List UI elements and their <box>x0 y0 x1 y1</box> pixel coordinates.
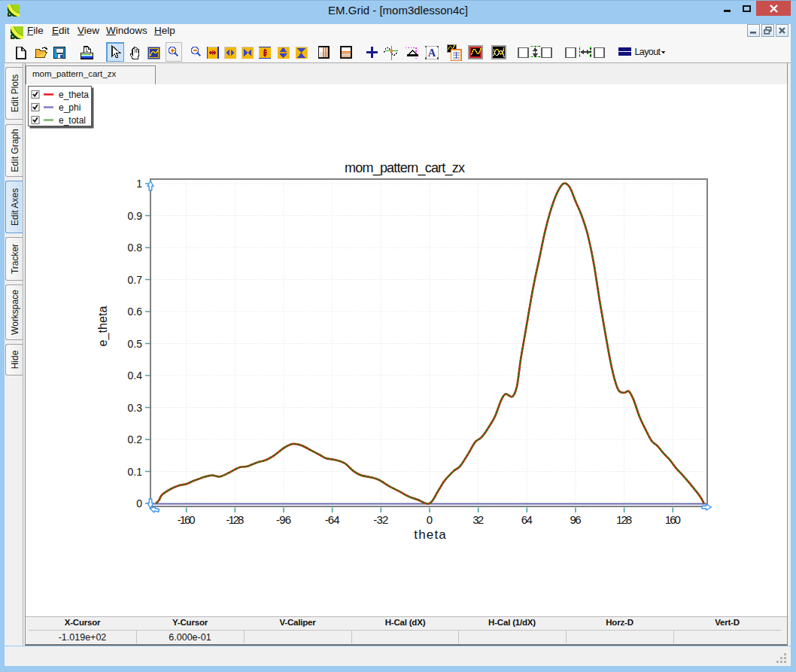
svg-text:-32: -32 <box>373 513 388 526</box>
svg-text:Layout: Layout <box>635 47 661 57</box>
svg-text:0.5: 0.5 <box>128 338 143 350</box>
svg-text:96: 96 <box>570 513 582 526</box>
svg-text:-96: -96 <box>276 513 291 526</box>
svg-text:1: 1 <box>136 178 142 190</box>
svg-text:0: 0 <box>427 513 433 526</box>
svg-text:mom_pattern_cart_zx: mom_pattern_cart_zx <box>345 160 465 176</box>
svg-text:0.9: 0.9 <box>128 210 143 222</box>
svg-text:128: 128 <box>616 513 632 526</box>
svg-text:0.6: 0.6 <box>128 306 143 318</box>
svg-text:0.3: 0.3 <box>128 402 143 414</box>
svg-text:32: 32 <box>472 513 484 526</box>
svg-text:64: 64 <box>521 513 533 526</box>
svg-text:e_phi: e_phi <box>59 102 81 113</box>
svg-text:e_total: e_total <box>59 115 86 126</box>
svg-text:theta: theta <box>414 528 446 542</box>
svg-text:e_theta: e_theta <box>96 306 110 346</box>
svg-text:-160: -160 <box>178 513 196 526</box>
svg-text:160: 160 <box>665 513 681 526</box>
svg-text:0.2: 0.2 <box>128 433 143 445</box>
svg-text:-64: -64 <box>325 513 340 526</box>
svg-text:0.4: 0.4 <box>128 369 143 382</box>
svg-text:0.8: 0.8 <box>128 242 143 254</box>
svg-text:-128: -128 <box>226 513 244 526</box>
svg-text:0.1: 0.1 <box>128 466 143 478</box>
svg-text:0: 0 <box>136 497 142 509</box>
svg-text:e_theta: e_theta <box>59 90 89 100</box>
svg-text:A: A <box>428 47 436 59</box>
svg-text:0.7: 0.7 <box>128 274 143 286</box>
